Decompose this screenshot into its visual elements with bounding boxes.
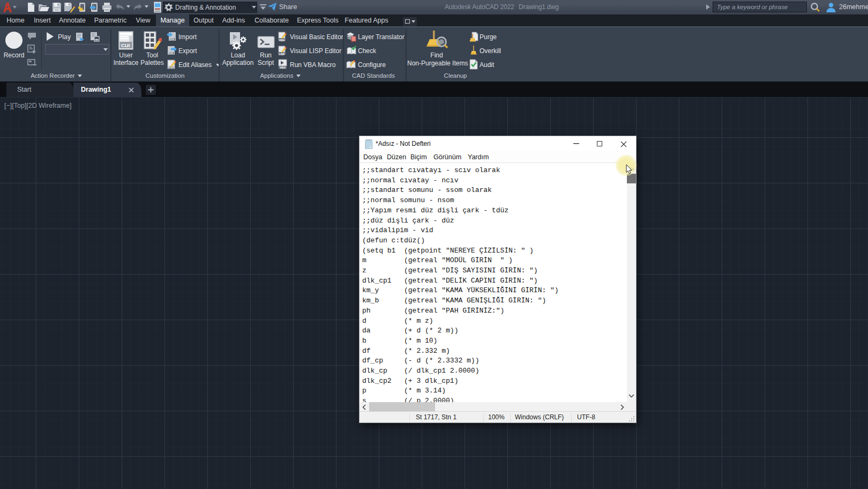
svg-text:VBA: VBA — [280, 66, 286, 69]
svg-text:LISP: LISP — [279, 53, 285, 56]
svg-text:CUI: CUI — [170, 38, 174, 41]
svg-text:CUI: CUI — [169, 52, 173, 55]
svg-text:VBA: VBA — [279, 39, 285, 42]
svg-text:CUI: CUI — [121, 42, 130, 48]
